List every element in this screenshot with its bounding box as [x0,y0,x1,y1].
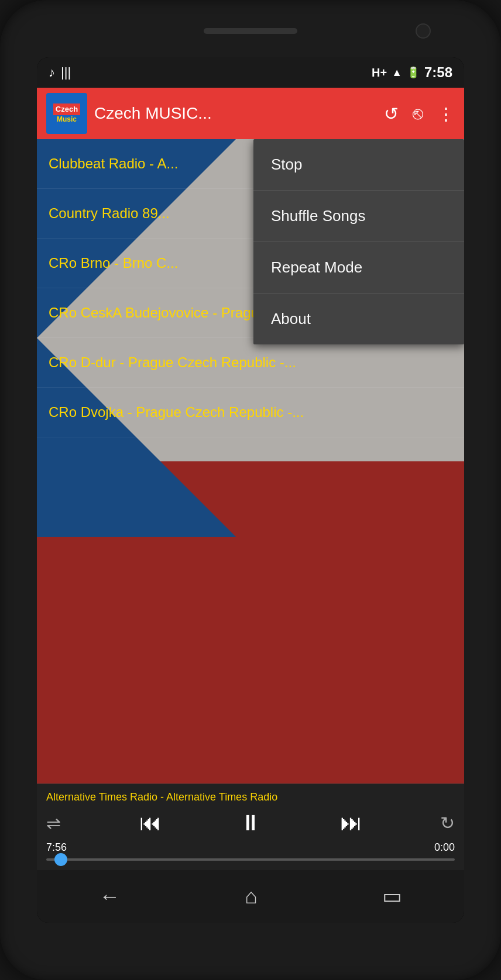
share-button[interactable]: ⎋ [413,103,423,123]
pause-button[interactable]: ⏸ [239,810,262,836]
app-title: Czech MUSIC... [94,104,377,123]
menu-item-repeat[interactable]: Repeat Mode [253,242,464,294]
menu-item-about-label: About [271,310,311,327]
home-button[interactable]: ⌂ [245,884,258,909]
logo-top-text: Czech [53,103,80,115]
repeat-button[interactable]: ↻ [440,813,455,833]
logo-bottom-text: Music [57,115,77,123]
nav-bar: ← ⌂ ▭ [37,870,464,923]
network-type: H+ [372,66,387,80]
phone-frame: ♪ ||| H+ ▲ 🔋 7:58 Czech Music Czech MUSI… [0,0,501,980]
app-bar-actions: ↺ ⎋ ⋮ [384,103,455,124]
menu-item-stop[interactable]: Stop [253,139,464,191]
phone-screen: ♪ ||| H+ ▲ 🔋 7:58 Czech Music Czech MUSI… [37,57,464,923]
battery-icon: 🔋 [407,66,420,79]
menu-item-repeat-label: Repeat Mode [271,258,362,276]
now-playing-text: Alternative Times Radio - Alternative Ti… [46,791,455,803]
radio-item-label: CRo D-dur - Prague Czech Republic -... [49,354,296,370]
progress-indicator [54,853,67,866]
refresh-button[interactable]: ↺ [384,103,399,124]
status-time: 7:58 [424,64,452,81]
phone-speaker [204,28,297,34]
player-times: 7:56 0:00 [46,841,455,854]
app-logo: Czech Music [46,93,87,134]
list-item[interactable]: CRo D-dur - Prague Czech Republic -... [37,338,464,388]
list-item[interactable]: CRo Dvojka - Prague Czech Republic -... [37,388,464,437]
radio-item-label: CRo Brno - Brno C... [49,255,178,271]
radio-item-label: Clubbeat Radio - A... [49,156,178,171]
time-total: 0:00 [434,841,455,854]
music-status-icon: ♪ [49,65,55,80]
player-controls: ⇌ ⏮ ⏸ ⏭ ↻ [46,810,455,836]
dropdown-menu: Stop Shuffle Songs Repeat Mode About [253,139,464,344]
progress-bar[interactable] [46,858,455,861]
phone-camera [416,23,431,39]
radio-item-label: CRo Dvojka - Prague Czech Republic -... [49,404,304,420]
radio-item-label: Country Radio 89... [49,205,170,221]
next-button[interactable]: ⏭ [340,810,362,836]
recents-button[interactable]: ▭ [382,884,402,909]
status-bar: ♪ ||| H+ ▲ 🔋 7:58 [37,57,464,88]
signal-bars-icon: ||| [61,65,71,80]
time-elapsed: 7:56 [46,841,67,854]
content-area: Clubbeat Radio - A... Country Radio 89..… [37,139,464,784]
menu-item-shuffle[interactable]: Shuffle Songs [253,191,464,242]
player-bar: Alternative Times Radio - Alternative Ti… [37,784,464,870]
signal-icon: ▲ [392,67,402,79]
more-options-button[interactable]: ⋮ [437,103,455,124]
shuffle-button[interactable]: ⇌ [46,813,61,833]
menu-item-about[interactable]: About [253,294,464,344]
back-button[interactable]: ← [99,884,120,909]
app-bar: Czech Music Czech MUSIC... ↺ ⎋ ⋮ [37,88,464,139]
prev-button[interactable]: ⏮ [139,810,162,836]
menu-item-stop-label: Stop [271,156,303,173]
menu-item-shuffle-label: Shuffle Songs [271,207,365,225]
